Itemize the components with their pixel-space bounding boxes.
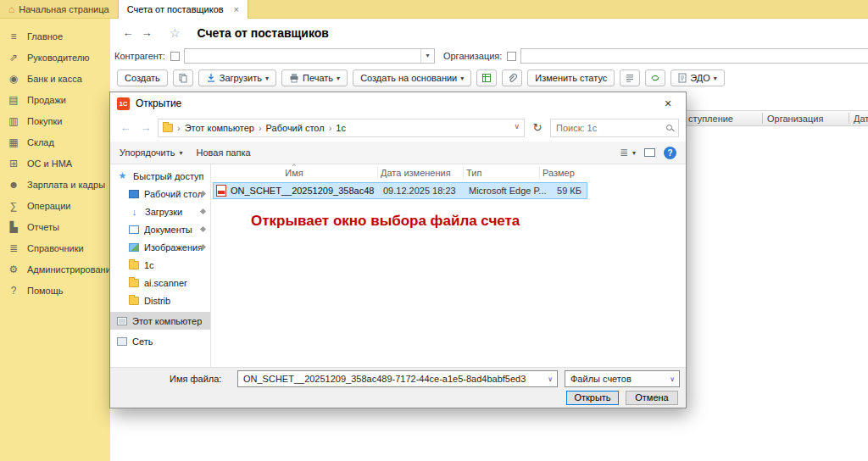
filename-value: ON_SCHET__20251209_358ac489-7172-44ce-a1… [243,374,526,384]
column-date[interactable]: Дата [854,114,868,124]
place-distrib-folder[interactable]: Distrib [110,292,210,309]
view-options-icon[interactable]: ≣▾ [620,147,636,158]
place-pictures[interactable]: Изображения [110,238,210,256]
place-ai-scanner-folder[interactable]: ai.scanner [110,274,210,292]
print-button[interactable]: Печать▾ [281,69,348,86]
place-downloads[interactable]: ↓Загрузки [110,203,210,220]
cancel-button[interactable]: Отмена [626,391,678,405]
favorite-star-icon[interactable]: ☆ [170,26,181,40]
organization-input[interactable] [520,48,868,64]
dialog-close-icon[interactable]: × [650,92,686,114]
sidebar-item-label: Банк и касса [27,74,82,84]
change-status-button[interactable]: Изменить статус [527,69,615,86]
contractor-input[interactable]: ▾ [184,48,435,64]
file-row-selected[interactable]: ON_SCHET__20251209_358ac489-7172-4... 09… [213,182,587,199]
place-1c-folder[interactable]: 1c [110,256,210,274]
print-button-label: Печать [303,73,333,83]
forward-button[interactable]: → [139,25,154,41]
filetype-dropdown-icon[interactable]: ∨ [670,375,675,384]
sidebar-item-administration[interactable]: ⚙Администрирование [0,258,110,280]
place-network[interactable]: Сеть [110,332,210,350]
sidebar-item-salary-hr[interactable]: ☻Зарплата и кадры [0,174,110,195]
contractor-dropdown-icon[interactable]: ▾ [420,49,434,63]
tab-home[interactable]: ⌂ Начальная страница [0,0,118,19]
change-status-label: Изменить статус [535,73,607,83]
copy-button[interactable] [173,69,193,86]
place-label: Изображения [144,242,203,253]
refresh-icon[interactable]: ↻ [528,119,547,137]
sidebar-item-directories[interactable]: ≣Справочники [0,237,110,258]
sidebar-item-bank-cash[interactable]: ◉Банк и касса [0,68,110,89]
file-name: ON_SCHET__20251209_358ac489-7172-4... [231,186,375,196]
filetype-select[interactable]: Файлы счетов∨ [565,370,680,387]
column-organization[interactable]: Организация [767,114,823,124]
place-documents[interactable]: Документы [110,220,210,238]
column-separator [849,113,849,124]
file-list: ^ Имя Дата изменения Тип Размер ON_SCHET… [211,164,686,367]
column-name[interactable]: Имя [211,168,377,178]
column-separator[interactable] [463,167,464,179]
open-button[interactable]: Открыть [566,391,619,405]
column-size[interactable]: Размер [542,168,575,178]
dialog-command-bar: Упорядочить▾ Новая папка ≣▾ ? [110,142,686,164]
breadcrumb-dropdown-icon[interactable]: ∨ [514,122,520,131]
home-icon: ⌂ [8,3,14,15]
organize-button[interactable]: Упорядочить▾ [120,147,182,158]
search-box[interactable]: Поиск: 1c [550,119,679,137]
sidebar-item-operations[interactable]: ∑Операции [0,195,110,216]
column-separator[interactable] [539,167,540,179]
help-icon[interactable]: ? [664,147,676,159]
1c-app-icon: 1С [117,97,130,110]
tab-supplier-invoices-label: Счета от поставщиков [127,4,224,14]
filename-input[interactable]: ON_SCHET__20251209_358ac489-7172-44ce-a1… [237,370,558,387]
computer-icon [117,317,127,325]
spreadsheet-button[interactable] [476,69,497,86]
dialog-forward-button[interactable]: → [137,119,154,136]
purchases-icon: ▥ [8,115,19,127]
dialog-titlebar[interactable]: 1С Открытие × [110,92,686,114]
tab-supplier-invoices[interactable]: Счета от поставщиков × [118,0,248,19]
breadcrumb-desktop[interactable]: Рабочий стол [266,123,325,133]
fixed-assets-icon: ⊞ [8,158,19,169]
sidebar-item-help[interactable]: ?Помощь [0,280,110,301]
edo-button[interactable]: ЭДО▾ [670,69,725,86]
preview-pane-icon[interactable] [644,148,655,157]
sidebar-item-manager[interactable]: ⇗Руководителю [0,47,110,68]
organization-checkbox[interactable] [507,52,516,61]
place-quick-access[interactable]: ★Быстрый доступ [110,167,210,185]
create-based-on-button[interactable]: Создать на основании▾ [353,69,471,86]
column-modified[interactable]: Дата изменения [381,168,451,178]
pictures-icon [129,243,139,252]
copy-icon [178,73,188,83]
sidebar-item-purchases[interactable]: ▥Покупки [0,110,110,131]
filename-label: Имя файла: [170,374,221,384]
breadcrumb-this-pc[interactable]: Этот компьютер [185,123,254,133]
sidebar-item-fixed-assets[interactable]: ⊞ОС и НМА [0,153,110,174]
tab-home-label: Начальная страница [19,4,108,14]
load-button[interactable]: Загрузить▾ [198,69,276,86]
sidebar-item-main[interactable]: ≡Главное [0,25,110,47]
new-folder-button[interactable]: Новая папка [196,147,250,158]
sidebar-item-sales[interactable]: ▤Продажи [0,89,110,110]
column-type[interactable]: Тип [466,168,481,178]
page-header: ← → ☆ Счета от поставщиков [120,24,329,42]
place-desktop[interactable]: Рабочий стол [110,185,210,203]
attachment-button[interactable] [502,69,522,86]
dialog-back-button[interactable]: ← [117,119,134,136]
back-button[interactable]: ← [120,25,136,41]
filename-dropdown-icon[interactable]: ∨ [548,375,553,384]
column-separator[interactable] [377,167,378,179]
file-type: Microsoft Edge P... [469,186,547,196]
column-receipt[interactable]: ступление [688,114,733,124]
salary-hr-icon: ☻ [8,179,19,191]
create-button[interactable]: Создать [117,69,168,86]
sidebar-item-warehouse[interactable]: ▦Склад [0,131,110,153]
tab-close-icon[interactable]: × [234,4,239,14]
place-this-pc[interactable]: Этот компьютер [110,312,210,330]
contractor-checkbox[interactable] [170,52,180,61]
sidebar-item-reports[interactable]: ▙Отчеты [0,216,110,237]
exchange-button[interactable] [645,69,665,86]
breadcrumb-1c[interactable]: 1c [336,123,346,133]
register-report-button[interactable] [620,69,640,86]
breadcrumb[interactable]: › Этот компьютер › Рабочий стол › 1c ∨ [158,119,525,137]
